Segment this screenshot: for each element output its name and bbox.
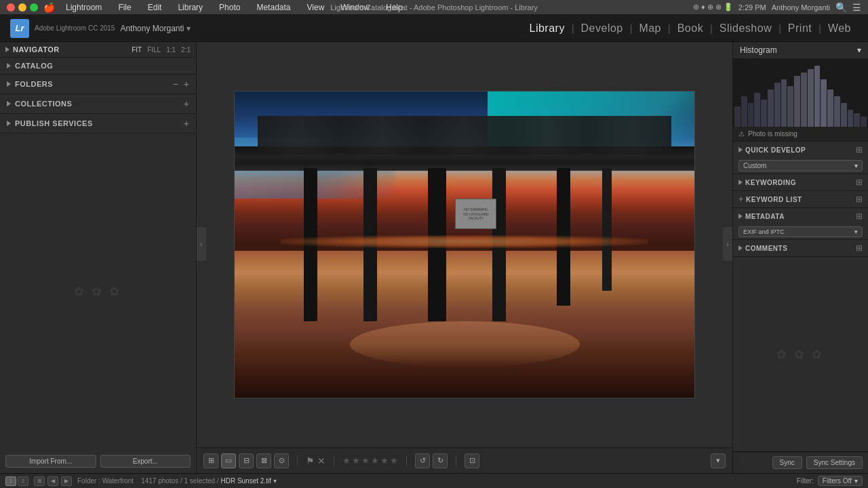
people-view-button[interactable]: ⊙ (274, 453, 289, 468)
menu-view[interactable]: View (302, 1, 330, 14)
navigator-header[interactable]: Navigator FIT FILL 1:1 2:1 (0, 42, 196, 57)
warning-icon: ⚠ (738, 130, 745, 138)
metadata-options-icon[interactable]: ⊞ (856, 211, 863, 221)
menu-icon[interactable]: ☰ (852, 2, 861, 13)
nav-map[interactable]: Map (632, 20, 668, 37)
flag-reject-icon[interactable]: ✕ (317, 455, 326, 466)
menu-file[interactable]: File (113, 1, 136, 14)
left-panel-collapse-arrow[interactable]: ‹ (197, 227, 206, 261)
nav-web[interactable]: Web (821, 20, 858, 37)
hist-bar (854, 113, 860, 127)
tab-1[interactable]: 1 (5, 476, 16, 486)
menu-lightroom[interactable]: Lightroom (60, 1, 107, 14)
toolbar-options-button[interactable]: ▾ (711, 453, 726, 468)
keywording-header[interactable]: Keywording ⊞ (733, 174, 868, 190)
grid-icon[interactable]: ⊞ (34, 476, 45, 486)
star-6[interactable]: ★ (390, 455, 398, 466)
tab-2[interactable]: 2 (18, 476, 28, 486)
navigator-label: Navigator (13, 45, 60, 54)
hist-bar (834, 96, 840, 127)
export-button[interactable]: Export... (100, 455, 191, 468)
sync-button[interactable]: Sync (772, 456, 802, 469)
metadata-preset-dropdown[interactable]: EXIF and IPTC ▾ (738, 226, 863, 237)
sync-settings-button[interactable]: Sync Settings (806, 456, 863, 469)
zoom-1to1[interactable]: 1:1 (166, 46, 176, 54)
close-button[interactable] (7, 3, 15, 12)
view-toggle-buttons: ⊞ ◀ ▶ (34, 476, 72, 486)
menu-metadata[interactable]: Metadata (251, 1, 296, 14)
star-1[interactable]: ★ (342, 455, 351, 466)
sync-area: Sync Sync Settings (733, 451, 868, 473)
hist-bar (761, 100, 767, 127)
right-panel-collapse-arrow[interactable]: › (723, 227, 732, 261)
keyword-list-add-icon[interactable]: + (738, 195, 743, 204)
filmstrip: 1 2 ⊞ ◀ ▶ Folder : Waterfront 1417 photo… (0, 473, 868, 488)
histogram-header[interactable]: Histogram ▾ (733, 42, 868, 59)
collections-header[interactable]: Collections + (0, 94, 196, 113)
nav-book[interactable]: Book (671, 20, 710, 37)
search-icon[interactable]: 🔍 (835, 2, 847, 13)
filter-dropdown[interactable]: Filters Off ▾ (818, 476, 863, 486)
prev-arrow[interactable]: ◀ (47, 476, 58, 486)
next-arrow[interactable]: ▶ (61, 476, 72, 486)
minimize-button[interactable] (18, 3, 26, 12)
hist-bar (801, 73, 807, 127)
menu-photo[interactable]: Photo (214, 1, 245, 14)
publish-plus-icon[interactable]: + (184, 118, 189, 129)
star-3[interactable]: ★ (361, 455, 370, 466)
keyword-list-header[interactable]: + Keyword List ⊞ (733, 191, 868, 207)
comments-options-icon[interactable]: ⊞ (856, 243, 863, 253)
nav-develop[interactable]: Develop (574, 20, 630, 37)
grid-view-button[interactable]: ⊞ (203, 453, 218, 468)
menu-library[interactable]: Library (172, 1, 208, 14)
user-dropdown-icon[interactable]: ▾ (186, 24, 191, 33)
histogram-dropdown-icon[interactable]: ▾ (857, 45, 861, 55)
left-panel: Navigator FIT FILL 1:1 2:1 Catalog (0, 42, 197, 473)
selected-file-dropdown[interactable]: ▾ (273, 477, 277, 485)
folders-plus-icon[interactable]: + (184, 79, 189, 89)
preset-dropdown[interactable]: Custom ▾ (738, 160, 863, 171)
hist-bar (848, 110, 854, 127)
identity-plate-button[interactable]: ⊡ (465, 453, 479, 468)
photo-missing-text: Photo is missing (748, 130, 797, 138)
keyword-list-options-icon[interactable]: ⊞ (856, 195, 863, 204)
collections-label: Collections (15, 100, 72, 108)
menu-edit[interactable]: Edit (142, 1, 167, 14)
folders-header[interactable]: Folders − + (0, 75, 196, 94)
quick-develop-header[interactable]: Quick Develop ⊞ (733, 142, 868, 158)
star-5[interactable]: ★ (380, 455, 389, 466)
zoom-2to1[interactable]: 2:1 (181, 46, 191, 54)
image-toolbar: ⊞ ▭ ⊟ ⊠ ⊙ ⚑ ✕ ★ ★ ★ ★ ★ ★ ↺ (197, 447, 732, 473)
folders-minus-icon[interactable]: − (173, 79, 178, 89)
nav-print[interactable]: Print (781, 20, 818, 37)
metadata-label: Metadata (745, 213, 785, 220)
hist-bar (741, 96, 747, 127)
import-button[interactable]: Import From... (5, 455, 96, 468)
folder-path: Folder : Waterfront (77, 477, 134, 485)
rotate-right-button[interactable]: ↻ (433, 453, 448, 468)
star-4[interactable]: ★ (371, 455, 379, 466)
publish-services-header[interactable]: Publish Services + (0, 114, 196, 133)
survey-view-button[interactable]: ⊠ (256, 453, 271, 468)
rotate-left-button[interactable]: ↺ (415, 453, 430, 468)
compare-view-button[interactable]: ⊟ (239, 453, 254, 468)
catalog-header[interactable]: Catalog (0, 58, 196, 74)
metadata-header[interactable]: Metadata ⊞ (733, 208, 868, 224)
hist-bar (821, 79, 827, 127)
flag-pick-icon[interactable]: ⚑ (306, 455, 315, 466)
quick-develop-options-icon[interactable]: ⊞ (856, 145, 863, 155)
preset-dropdown-arrow: ▾ (854, 162, 858, 169)
fullscreen-button[interactable] (30, 3, 38, 12)
loupe-view-button[interactable]: ▭ (221, 453, 236, 468)
comments-header[interactable]: Comments ⊞ (733, 240, 868, 256)
keywording-options-icon[interactable]: ⊞ (856, 178, 863, 187)
star-2[interactable]: ★ (352, 455, 360, 466)
folders-section: Folders − + (0, 75, 196, 94)
metadata-toggle-icon (738, 214, 743, 219)
zoom-fill[interactable]: FILL (147, 46, 161, 54)
collections-plus-icon[interactable]: + (184, 98, 189, 109)
navigator-toggle-icon (5, 47, 9, 52)
zoom-fit[interactable]: FIT (132, 46, 142, 54)
nav-library[interactable]: Library (523, 20, 572, 37)
nav-slideshow[interactable]: Slideshow (713, 20, 778, 37)
